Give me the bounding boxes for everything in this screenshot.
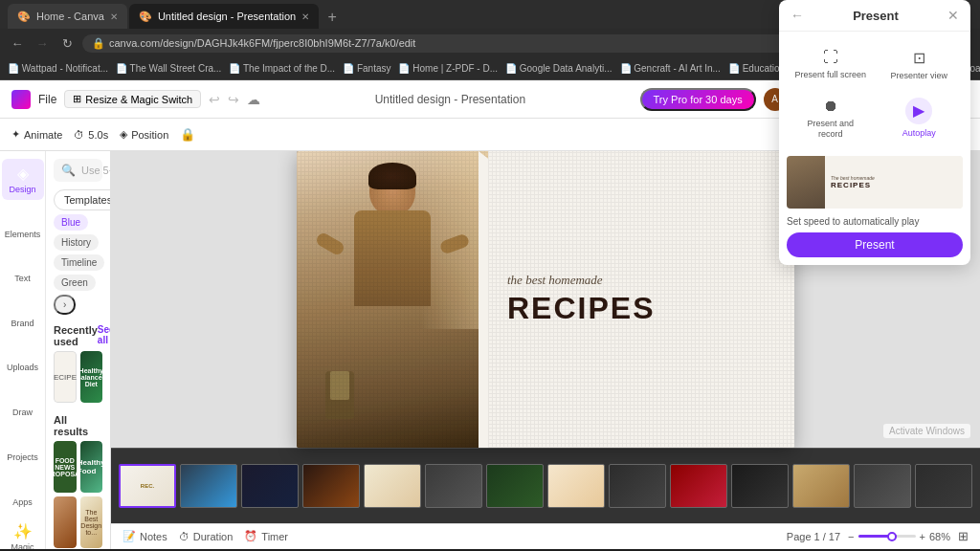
watermark: Activate Windows <box>883 424 970 438</box>
lock-icon: 🔒 <box>92 37 105 50</box>
thumb-10[interactable]: 10 <box>670 464 727 508</box>
template-2[interactable]: Healthy Food <box>80 441 103 493</box>
app-container: File ⊞ Resize & Magic Switch ↩ ↪ ☁ Untit… <box>0 80 980 549</box>
undo-btn[interactable]: ↩ <box>209 92 220 107</box>
bookmark-3[interactable]: 📄 Fantasy <box>343 63 390 74</box>
template-4[interactable]: The Best Design to... <box>80 496 103 548</box>
resize-icon: ⊞ <box>73 93 81 105</box>
bookmark-4[interactable]: 📄 Home | Z-PDF - D... <box>398 63 498 74</box>
draw-label: Draw <box>12 408 33 417</box>
fit-screen-btn[interactable]: ⊞ <box>958 529 969 543</box>
search-bar: 🔍 ⚙ <box>54 159 102 182</box>
thumb-11[interactable]: 11 <box>731 464 789 508</box>
thumb-5[interactable]: 5 <box>364 464 421 508</box>
bookmark-1[interactable]: 📄 The Wall Street Cra... <box>116 63 221 74</box>
forward-btn[interactable]: → <box>33 33 52 53</box>
thumb-9[interactable]: 9 <box>609 464 666 508</box>
redo-btn[interactable]: ↪ <box>228 92 239 107</box>
brand-label: Brand <box>11 319 33 328</box>
template-3[interactable] <box>54 496 77 548</box>
zoom-level: 68% <box>929 531 950 542</box>
resize-magic-btn[interactable]: ⊞ Resize & Magic Switch <box>64 90 201 108</box>
texture-overlay <box>297 151 794 448</box>
sidebar-icons: ◈ Design ✦ Elements T Text ◉ Brand ↑ Upl… <box>0 151 46 549</box>
elements-icon: ✦ <box>16 209 29 228</box>
sidebar-item-design[interactable]: ◈ Design <box>2 159 44 200</box>
tab-home[interactable]: 🎨 Home - Canva ✕ <box>8 4 127 29</box>
file-menu[interactable]: File <box>38 93 56 106</box>
duration-btn[interactable]: ⏱ Duration <box>179 531 234 542</box>
tab-close-btn[interactable]: ✕ <box>110 11 118 22</box>
canva-logo[interactable] <box>11 90 31 109</box>
bookmark-0[interactable]: 📄 Wattpad - Notificat... <box>8 63 108 74</box>
zoom-out-btn[interactable]: − <box>848 531 854 542</box>
sidebar-item-draw[interactable]: ✏ Draw <box>2 382 44 423</box>
torn-edge <box>479 151 488 448</box>
sidebar-item-magic-media[interactable]: ✨ Magic Media <box>2 517 44 549</box>
canvas-slide[interactable]: the best homemade RECIPES <box>297 151 794 448</box>
filter-timeline[interactable]: Timeline <box>54 254 104 271</box>
bookmark-7[interactable]: 📄 Education <box>728 63 785 74</box>
recently-used-title: Recently used <box>54 324 98 347</box>
notes-btn[interactable]: 📝 Notes <box>122 530 167 542</box>
present-panel: ← Present ✕ ⛶ Present full screen ⊡ Pres… <box>779 151 970 265</box>
recently-used-section: Recently used See all RECIPES Healthy Ba… <box>46 320 110 410</box>
thumb-3[interactable]: 3 <box>241 464 299 508</box>
back-btn[interactable]: ← <box>8 33 27 53</box>
lock-icon[interactable]: 🔒 <box>180 127 195 142</box>
sidebar-item-elements[interactable]: ✦ Elements <box>2 204 44 245</box>
sidebar-panel: 🔍 ⚙ Templates Layouts Styles Blue Histor… <box>46 151 111 549</box>
animate-btn[interactable]: ✦ Animate <box>11 128 62 141</box>
slide-text-area: the best homemade RECIPES <box>488 151 794 448</box>
bookmark-2[interactable]: 📄 The Impact of the D... <box>229 63 335 74</box>
thumb-6[interactable]: 6 <box>425 464 482 508</box>
url-bar[interactable]: 🔒 canva.com/design/DAGHJk4k6FM/fjperc8I0… <box>82 34 873 53</box>
filter-blue[interactable]: Blue <box>54 214 88 231</box>
see-all-link[interactable]: See all <box>98 324 111 347</box>
zoom-slider[interactable] <box>858 535 916 538</box>
filter-more[interactable]: › <box>54 295 76 315</box>
thumb-13[interactable]: 13 <box>854 464 911 508</box>
duration-label: Duration <box>193 531 234 542</box>
tab-favicon: 🎨 <box>17 11 31 23</box>
sidebar-item-apps[interactable]: ⊕ Apps <box>2 472 44 513</box>
zoom-in-btn[interactable]: + <box>920 531 925 542</box>
template-1[interactable]: FOOD NEWS PROPOSAL <box>54 441 77 493</box>
sidebar-item-uploads[interactable]: ↑ Uploads <box>2 338 44 378</box>
filter-green[interactable]: Green <box>54 275 96 291</box>
duration-btn[interactable]: ⏱ 5.0s <box>74 129 108 141</box>
uploads-label: Uploads <box>7 363 38 372</box>
sidebar-item-brand[interactable]: ◉ Brand <box>2 293 44 334</box>
draw-icon: ✏ <box>16 387 29 406</box>
tab-templates[interactable]: Templates <box>54 189 111 210</box>
present-cta-btn[interactable]: Present <box>787 232 963 257</box>
try-pro-btn[interactable]: Try Pro for 30 days <box>640 88 756 111</box>
timer-btn[interactable]: ⏰ Timer <box>244 530 288 542</box>
all-results-grid: FOOD NEWS PROPOSAL Healthy Food The Best <box>46 441 110 549</box>
template-recent-2[interactable]: Healthy Balanced Diet <box>80 351 103 403</box>
sidebar-item-text[interactable]: T Text <box>2 249 44 289</box>
thumb-12[interactable]: 12 <box>792 464 850 508</box>
tab-active-close-btn[interactable]: ✕ <box>301 11 309 22</box>
search-input[interactable] <box>81 165 111 176</box>
thumb-8[interactable]: 8 <box>547 464 605 508</box>
thumb-7[interactable]: 7 <box>486 464 544 508</box>
template-recent-1[interactable]: RECIPES <box>54 351 77 403</box>
filter-history[interactable]: History <box>54 234 99 251</box>
new-tab-btn[interactable]: + <box>321 6 344 29</box>
sidebar-item-projects[interactable]: ⊞ Projects <box>2 427 44 468</box>
notes-icon: 📝 <box>122 530 136 542</box>
bookmark-5[interactable]: 📄 Google Data Analyti... <box>505 63 612 74</box>
thumb-14[interactable]: 14 <box>915 464 972 508</box>
bookmark-6[interactable]: 📄 Gencraft - AI Art In... <box>620 63 721 74</box>
reload-btn[interactable]: ↻ <box>57 33 77 53</box>
thumb-1[interactable]: REC. 1 <box>119 464 176 508</box>
tab-active[interactable]: 🎨 Untitled design - Presentation ✕ <box>129 4 319 29</box>
thumb-4[interactable]: 4 <box>302 464 360 508</box>
cloud-save-icon: ☁ <box>247 92 260 107</box>
uploads-icon: ↑ <box>19 343 27 361</box>
thumb-2[interactable]: 2 <box>180 464 237 508</box>
zoom-dot[interactable] <box>887 532 897 541</box>
position-btn[interactable]: ◈ Position <box>120 128 168 141</box>
header-title: Untitled design - Presentation <box>268 93 632 106</box>
